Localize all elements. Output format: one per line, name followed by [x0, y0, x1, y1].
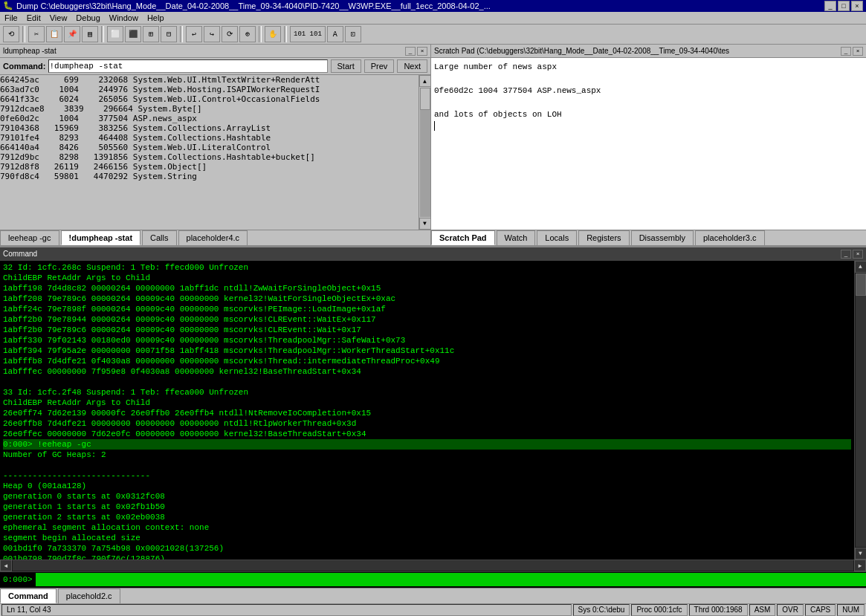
left-panel: ldumpheap -stat _ × Command: Start Prev … — [0, 45, 431, 245]
toolbar-btn-font[interactable]: A — [327, 26, 343, 42]
start-button[interactable]: Start — [331, 59, 361, 73]
toolbar-btn-8[interactable]: ⊟ — [161, 26, 177, 42]
toolbar-btn-1[interactable]: ⟲ — [3, 26, 19, 42]
command-vscrollbar[interactable]: ▲ ▼ — [854, 261, 866, 560]
scratch-line-3: 0fe60d2c 1004 377504 ASP.news_aspx — [434, 85, 863, 97]
tab-registers[interactable]: Registers — [578, 230, 629, 245]
right-panel: Scratch Pad (C:\debuggers\32bit\Hang_Mod… — [431, 45, 866, 245]
maximize-button[interactable]: □ — [838, 1, 850, 11]
toolbar-btn-5[interactable]: ⬜ — [107, 26, 123, 42]
command-input-bar: 0:000> — [0, 571, 866, 588]
cmd-scroll-track[interactable] — [856, 273, 866, 547]
toolbar-btn-paste[interactable]: 📌 — [64, 26, 80, 42]
cmd-line-8: 1abfffb8 7d4dfe21 0f4030a8 00000000 0000… — [3, 356, 851, 366]
left-vscrollbar[interactable]: ▲ ▼ — [419, 75, 430, 229]
menu-file[interactable]: File — [0, 12, 22, 24]
toolbar-sep-1 — [22, 26, 25, 42]
toolbar-btn-4[interactable]: ▤ — [82, 26, 98, 42]
menu-bar: File Edit View Debug Window Help — [0, 12, 866, 25]
command-titlebar: Command _ × — [0, 247, 866, 261]
toolbar-btn-9[interactable]: ↩ — [186, 26, 202, 42]
tab-placeholder3[interactable]: placeholder3.c — [695, 230, 765, 245]
title-bar: 🐛 Dump C:\debuggers\32bit\Hang_Mode__Dat… — [0, 0, 866, 12]
cmd-scroll-thumb[interactable] — [856, 273, 866, 296]
command-body: 32 Id: 1cfc.268c Suspend: 1 Teb: ffecd00… — [0, 261, 866, 560]
command-input[interactable] — [48, 59, 327, 73]
scroll-up-arrow[interactable]: ▲ — [419, 75, 431, 87]
tab-placehold2[interactable]: placehold2.c — [58, 589, 120, 603]
cmd-scroll-up[interactable]: ▲ — [855, 261, 867, 273]
tab-scratch-pad[interactable]: Scratch Pad — [431, 230, 495, 245]
toolbar-btn-copy[interactable]: 📋 — [46, 26, 62, 42]
command-input-field[interactable] — [36, 573, 866, 586]
hscroll-track[interactable] — [13, 560, 853, 571]
cmd-scroll-down[interactable]: ▼ — [855, 548, 867, 560]
status-position: Ln 11, Col 43 — [1, 604, 572, 616]
cmd-line-thread32: 32 Id: 1cfc.268c Suspend: 1 Teb: ffecd00… — [3, 262, 851, 273]
cmd-line-5: 1abff2b0 79e789c6 00000264 00009c40 0000… — [3, 325, 851, 335]
toolbar-btn-hex[interactable]: 101 101 — [290, 26, 326, 42]
menu-help[interactable]: Help — [143, 12, 169, 24]
right-panel-minimize[interactable]: _ — [841, 47, 851, 56]
toolbar-btn-6[interactable]: ⬛ — [125, 26, 141, 42]
left-panel-close[interactable]: × — [417, 47, 427, 56]
scratch-line-2 — [434, 73, 863, 85]
cmd-line-child: ChildEBP RetAddr Args to Child — [3, 273, 851, 283]
cmd-gen0: generation 0 starts at 0x0312fc08 — [3, 491, 851, 502]
cmd-line-6: 1abff330 79f02143 00180ed0 00009c40 0000… — [3, 335, 851, 346]
command-minimize[interactable]: _ — [841, 250, 851, 259]
tab-command[interactable]: Command — [0, 589, 56, 603]
tab-locals[interactable]: Locals — [537, 230, 577, 245]
tab-dumpheap-stat[interactable]: !dumpheap -stat — [61, 230, 141, 245]
cmd-line-4: 1abff2b0 79e78944 00000264 00009c40 0000… — [3, 314, 851, 325]
toolbar-btn-hand[interactable]: ✋ — [265, 26, 281, 42]
tab-leeheap[interactable]: leeheap -gc — [0, 230, 59, 245]
scroll-down-arrow[interactable]: ▼ — [419, 218, 431, 230]
window-controls: _ □ × — [824, 1, 863, 11]
status-ovr: OVR — [777, 604, 804, 616]
command-prompt: 0:000> — [0, 575, 36, 584]
toolbar-btn-11[interactable]: ⟳ — [222, 26, 238, 42]
status-bar: Ln 11, Col 43 Sys 0:C:\debu Proc 000:1cf… — [0, 603, 866, 616]
tab-disassembly[interactable]: Disassembly — [631, 230, 694, 245]
menu-debug[interactable]: Debug — [71, 12, 104, 24]
app-wrapper: 🐛 Dump C:\debuggers\32bit\Hang_Mode__Dat… — [0, 0, 866, 616]
next-button[interactable]: Next — [397, 59, 427, 73]
scratch-line-1: Large number of news aspx — [434, 61, 863, 73]
toolbar-btn-last[interactable]: ⊡ — [345, 26, 361, 42]
toolbar-btn-7[interactable]: ⊞ — [143, 26, 159, 42]
toolbar-btn-12[interactable]: ⊕ — [239, 26, 256, 42]
status-thrd: Thrd 000:1968 — [689, 604, 748, 616]
prev-button[interactable]: Prev — [364, 59, 395, 73]
scroll-track[interactable] — [420, 88, 430, 216]
cmd-seg-2: 001b0798 790d7f8c 790f76c(128876) — [3, 554, 851, 560]
toolbar-btn-cut[interactable]: ✂ — [28, 26, 45, 42]
command-controls: _ × — [841, 250, 863, 259]
command-window: Command _ × 32 Id: 1cfc.268c Suspend: 1 … — [0, 246, 866, 588]
hscroll-left[interactable]: ◄ — [0, 560, 12, 571]
tab-calls[interactable]: Calls — [142, 230, 176, 245]
hscroll-right[interactable]: ► — [854, 560, 866, 571]
command-close[interactable]: × — [853, 250, 863, 259]
ldump-command-bar: Command: Start Prev Next — [0, 58, 430, 75]
menu-edit[interactable]: Edit — [22, 12, 45, 24]
cmd-line-child2: ChildEBP RetAddr Args to Child — [3, 398, 851, 408]
cmd-blank2 — [3, 460, 851, 470]
status-proc: Proc 000:1cfc — [631, 604, 687, 616]
right-panel-close[interactable]: × — [853, 47, 863, 56]
left-content-area: 664245ac 699 232068 System.Web.UI.HtmlTe… — [0, 75, 430, 229]
close-button[interactable]: × — [851, 1, 863, 11]
left-panel-minimize[interactable]: _ — [405, 47, 416, 56]
command-content-text: 32 Id: 1cfc.268c Suspend: 1 Teb: ffecd00… — [0, 261, 854, 560]
menu-view[interactable]: View — [45, 12, 72, 24]
toolbar-btn-10[interactable]: ↪ — [204, 26, 220, 42]
tab-placeholder4[interactable]: placeholder4.c — [178, 230, 248, 245]
cmd-line-9: 1abfffec 00000000 7f959e8 0f4030a8 00000… — [3, 366, 851, 377]
tab-watch[interactable]: Watch — [497, 230, 536, 245]
cmd-line-12: 26e0ffec 00000000 7d62e0fc 00000000 0000… — [3, 429, 851, 439]
top-panels: ldumpheap -stat _ × Command: Start Prev … — [0, 45, 866, 245]
minimize-button[interactable]: _ — [824, 1, 836, 11]
scroll-thumb[interactable] — [420, 88, 430, 110]
command-label: Command: — [3, 62, 45, 71]
menu-window[interactable]: Window — [105, 12, 143, 24]
